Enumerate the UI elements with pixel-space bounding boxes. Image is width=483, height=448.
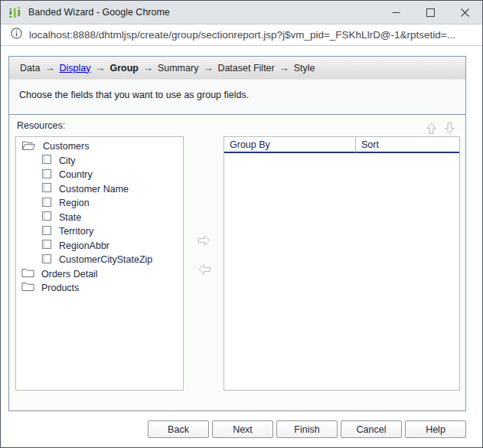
- tree-item-region[interactable]: Region: [16, 196, 183, 211]
- field-icon[interactable]: [41, 182, 52, 195]
- wizard-frame: Data→Display→Group→Summary→Dataset Filte…: [8, 56, 466, 411]
- column-header-sort: Sort: [356, 137, 459, 153]
- tree-item-label: Country: [59, 169, 93, 180]
- breadcrumb-step-group: Group: [109, 63, 139, 74]
- folder-closed-icon[interactable]: [21, 282, 34, 294]
- field-icon[interactable]: [41, 211, 52, 224]
- tree-item-products[interactable]: Products: [16, 281, 183, 296]
- footer-buttons: BackNextFinishCancelHelp: [148, 420, 466, 438]
- field-icon[interactable]: [41, 168, 52, 181]
- group-by-panel[interactable]: Group BySort: [224, 136, 460, 391]
- breadcrumb-step-style: Style: [294, 63, 315, 74]
- tree-item-label: City: [59, 155, 76, 166]
- breadcrumb-separator-arrow: →: [279, 62, 289, 74]
- instruction-text: Choose the fields that you want to use a…: [9, 80, 465, 115]
- info-icon[interactable]: [11, 28, 22, 42]
- breadcrumb-step-dataset-filter: Dataset Filter: [217, 63, 274, 74]
- finish-button[interactable]: Finish: [276, 420, 338, 438]
- window-title-bar: Banded Wizard - Google Chrome: [1, 1, 482, 25]
- tree-item-label: Products: [41, 283, 79, 293]
- breadcrumb-step-summary: Summary: [158, 63, 198, 74]
- tree-item-customers[interactable]: Customers: [16, 139, 183, 154]
- tree-item-label: CustomerCityStateZip: [59, 254, 152, 265]
- tree-item-label: Customer Name: [59, 184, 129, 195]
- remove-field-left-arrow-icon[interactable]: [197, 263, 211, 276]
- tree-item-label: State: [59, 212, 81, 223]
- tree-item-label: Customers: [43, 141, 89, 152]
- add-field-right-arrow-icon[interactable]: [197, 234, 211, 247]
- breadcrumb-separator-arrow: →: [95, 62, 105, 74]
- resources-tree: CustomersCityCountryCustomer NameRegionS…: [16, 137, 183, 296]
- tree-item-state[interactable]: State: [16, 211, 183, 225]
- group-by-header-row: Group BySort: [224, 137, 459, 153]
- tree-item-label: Territory: [59, 226, 93, 237]
- tree-item-label: Region: [59, 198, 90, 208]
- close-icon[interactable]: [448, 1, 482, 24]
- tree-item-city[interactable]: City: [16, 154, 183, 168]
- tree-item-label: Orders Detail: [41, 269, 98, 280]
- column-header-group-by: Group By: [224, 137, 356, 153]
- url-text[interactable]: localhost:8888/dhtmljsp/create/group/sec…: [29, 29, 455, 41]
- resources-tree-panel[interactable]: CustomersCityCountryCustomer NameRegionS…: [15, 136, 184, 391]
- reorder-arrows: [426, 122, 455, 138]
- app-logo-bars-icon: [8, 6, 21, 19]
- tree-item-orders-detail[interactable]: Orders Detail: [16, 267, 183, 282]
- folder-closed-icon[interactable]: [21, 268, 34, 280]
- breadcrumb-step-display[interactable]: Display: [59, 63, 90, 74]
- tree-item-customer-name[interactable]: Customer Name: [16, 182, 183, 197]
- maximize-icon[interactable]: [413, 1, 448, 24]
- breadcrumb-separator-arrow: →: [143, 62, 153, 74]
- field-icon[interactable]: [41, 225, 52, 238]
- move-down-icon[interactable]: [444, 122, 455, 138]
- field-icon[interactable]: [41, 197, 52, 210]
- field-icon[interactable]: [41, 239, 52, 252]
- window-controls: [379, 1, 482, 24]
- tree-item-customercitystatezip[interactable]: CustomerCityStateZip: [16, 253, 183, 267]
- breadcrumb-separator-arrow: →: [203, 62, 213, 74]
- folder-open-icon[interactable]: [21, 140, 36, 153]
- move-up-icon[interactable]: [426, 122, 437, 138]
- cancel-button[interactable]: Cancel: [341, 420, 402, 438]
- window-title: Banded Wizard - Google Chrome: [28, 7, 170, 18]
- breadcrumb-separator-arrow: →: [44, 62, 54, 74]
- tree-item-label: RegionAbbr: [59, 240, 109, 251]
- tree-item-territory[interactable]: Territory: [16, 224, 183, 239]
- breadcrumb: Data→Display→Group→Summary→Dataset Filte…: [9, 57, 465, 80]
- help-button[interactable]: Help: [405, 420, 466, 438]
- address-bar[interactable]: localhost:8888/dhtmljsp/create/group/sec…: [1, 25, 482, 46]
- breadcrumb-step-data: Data: [20, 63, 40, 74]
- back-button[interactable]: Back: [148, 420, 209, 438]
- next-button[interactable]: Next: [212, 420, 273, 438]
- minimize-icon[interactable]: [379, 1, 413, 24]
- field-icon[interactable]: [41, 154, 52, 167]
- field-icon[interactable]: [41, 253, 52, 267]
- browser-popup-window: Banded Wizard - Google Chrome localhost:…: [0, 0, 483, 448]
- tree-item-country[interactable]: Country: [16, 168, 183, 182]
- resources-label: Resources:: [17, 120, 65, 131]
- tree-item-regionabbr[interactable]: RegionAbbr: [16, 239, 183, 253]
